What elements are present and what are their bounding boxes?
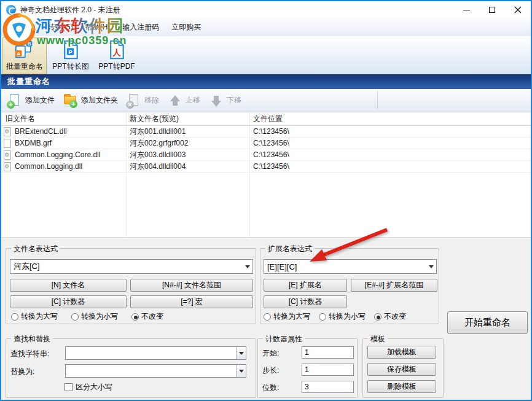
digits-label: 位数: xyxy=(262,383,279,393)
start-input[interactable] xyxy=(302,346,354,359)
load-template-button[interactable]: 加载模板 xyxy=(367,346,436,359)
new-name: 河东003.dlldll003 xyxy=(126,149,249,160)
old-name: BRExtendCL.dll xyxy=(15,127,67,136)
add-folder-button[interactable]: + 添加文件夹 xyxy=(63,93,118,108)
digits-input[interactable] xyxy=(302,381,354,393)
insert-filename-button[interactable]: [N] 文件名 xyxy=(10,279,127,292)
minimize-icon xyxy=(463,10,470,10)
chevron-down-icon[interactable] xyxy=(243,260,252,273)
start-label: 开始: xyxy=(262,348,279,359)
app-icon xyxy=(6,5,16,15)
chevron-down-icon[interactable] xyxy=(236,347,246,359)
radio-label: 转换为大写 xyxy=(21,311,58,322)
minimize-button[interactable] xyxy=(453,1,479,18)
add-file-icon: + xyxy=(7,93,22,108)
extension-expression-input[interactable] xyxy=(264,260,426,273)
menu-help[interactable]: 帮助(H) xyxy=(79,20,117,35)
insert-ext-counter-button[interactable]: [C] 计数器 xyxy=(264,295,347,308)
svg-text:A: A xyxy=(17,51,20,56)
tool-ppt-to-pdf[interactable]: 人 PPT转PDF xyxy=(95,37,139,74)
file-location: C:\123456\ xyxy=(249,126,531,137)
case-sensitive-checkbox[interactable]: 区分大小写 xyxy=(65,382,112,392)
file-type-icon xyxy=(4,150,11,160)
maximize-button[interactable] xyxy=(479,1,505,18)
filename-uppercase-radio[interactable]: 转换为大写 xyxy=(11,311,58,322)
close-icon xyxy=(514,6,522,14)
radio-icon xyxy=(131,313,139,321)
file-location: C:\123456\ xyxy=(249,161,531,172)
find-input[interactable] xyxy=(66,347,236,359)
tool-label: PPT转长图 xyxy=(52,61,88,72)
ppt-to-long-image-icon: P xyxy=(60,40,81,60)
menu-enter-license[interactable]: 输入注册码 xyxy=(116,20,165,35)
replace-input[interactable] xyxy=(66,365,236,377)
start-rename-button[interactable]: 开始重命名 xyxy=(447,311,528,334)
tool-ppt-to-image[interactable]: P PPT转长图 xyxy=(49,37,93,74)
chevron-down-icon[interactable] xyxy=(236,365,246,377)
radio-label: 不改变 xyxy=(384,311,406,322)
feature-toolbar: B A 批量重命名 P PPT转长图 人 PPT转PDF xyxy=(1,36,531,74)
extension-nochange-radio[interactable]: 不改变 xyxy=(374,311,406,322)
insert-filename-range-button[interactable]: [N#-#] 文件名范围 xyxy=(130,279,253,292)
extension-expression-combo xyxy=(264,259,437,274)
group-label: 文件名表达式 xyxy=(11,244,60,254)
insert-counter-button[interactable]: [C] 计数器 xyxy=(10,295,127,308)
checkbox-icon xyxy=(65,383,72,391)
chevron-down-icon[interactable] xyxy=(426,260,436,273)
filename-nochange-radio[interactable]: 不改变 xyxy=(131,311,163,322)
extension-expression-group: 扩展名表达式 [E] 扩展名 [E#-#] 扩展名范围 [C] 计数器 转换为大… xyxy=(260,248,439,324)
counter-properties-group: 计数器属性 开始: 步长: 位数: xyxy=(257,338,358,398)
delete-template-button[interactable]: 删除模板 xyxy=(367,380,436,393)
filename-expression-input[interactable] xyxy=(10,260,243,273)
replace-label: 替换为: xyxy=(10,367,34,377)
column-old-name[interactable]: 旧文件名 xyxy=(1,114,126,124)
extension-uppercase-radio[interactable]: 转换为大写 xyxy=(264,311,310,322)
save-template-button[interactable]: 保存模板 xyxy=(367,363,436,376)
extension-lowercase-radio[interactable]: 转换为小写 xyxy=(319,311,366,322)
file-type-icon xyxy=(4,127,11,136)
move-down-button[interactable]: 下移 xyxy=(209,93,241,108)
group-label: 计数器属性 xyxy=(263,334,305,345)
tool-batch-rename[interactable]: B A 批量重命名 xyxy=(2,37,47,74)
insert-extension-range-button[interactable]: [E#-#] 扩展名范围 xyxy=(351,279,437,292)
table-row[interactable]: BXDMB.grf 河东002.grfgrf002 C:\123456\ xyxy=(1,138,531,149)
title-bar: 神奇文档处理软件 2.0 - 未注册 xyxy=(1,1,531,18)
old-name: Common.Logging.dll xyxy=(15,162,82,171)
step-input[interactable] xyxy=(302,364,354,376)
insert-extension-button[interactable]: [E] 扩展名 xyxy=(264,279,347,292)
group-label: 模板 xyxy=(368,334,388,345)
add-file-button[interactable]: + 添加文件 xyxy=(7,93,55,108)
group-label: 扩展名表达式 xyxy=(265,244,315,254)
menu-file[interactable]: 文件(F) xyxy=(5,20,41,35)
radio-label: 转换为小写 xyxy=(81,311,118,322)
column-location[interactable]: 文件位置 xyxy=(249,114,531,124)
section-title: 批量重命名 xyxy=(7,76,50,87)
filename-expression-combo xyxy=(10,259,253,274)
menu-buy-now[interactable]: 立即购买 xyxy=(165,20,207,35)
section-header: 批量重命名 xyxy=(1,74,531,89)
radio-label: 转换为小写 xyxy=(329,311,366,322)
table-row[interactable]: Common.Logging.dll 河东004.dlldll004 C:\12… xyxy=(1,161,531,173)
old-name: Common.Logging.Core.dll xyxy=(15,150,100,159)
menu-goto[interactable]: 转到(G) xyxy=(41,20,79,35)
column-new-name[interactable]: 新文件名(预览) xyxy=(126,114,249,124)
remove-icon: × xyxy=(127,93,141,108)
file-location: C:\123456\ xyxy=(249,138,531,149)
table-row[interactable]: BRExtendCL.dll 河东001.dlldll001 C:\123456… xyxy=(1,126,531,138)
old-name: BXDMB.grf xyxy=(15,139,52,147)
insert-macro-button[interactable]: [=?] 宏 xyxy=(130,295,253,308)
tool-label: 批量重命名 xyxy=(6,61,43,72)
move-up-button[interactable]: 上移 xyxy=(168,93,200,108)
replace-combo xyxy=(65,364,246,378)
radio-icon xyxy=(71,313,79,321)
new-name: 河东004.dlldll004 xyxy=(126,161,249,172)
templates-group: 模板 加载模板 保存模板 删除模板 xyxy=(362,338,444,398)
file-type-icon xyxy=(4,139,11,148)
close-button[interactable] xyxy=(505,1,531,18)
table-row[interactable]: Common.Logging.Core.dll 河东003.dlldll003 … xyxy=(1,149,531,161)
remove-button[interactable]: × 移除 xyxy=(127,93,159,108)
ppt-to-pdf-icon: 人 xyxy=(106,40,127,60)
filename-lowercase-radio[interactable]: 转换为小写 xyxy=(71,311,118,322)
svg-text:B: B xyxy=(28,41,31,47)
add-file-label: 添加文件 xyxy=(25,95,55,106)
